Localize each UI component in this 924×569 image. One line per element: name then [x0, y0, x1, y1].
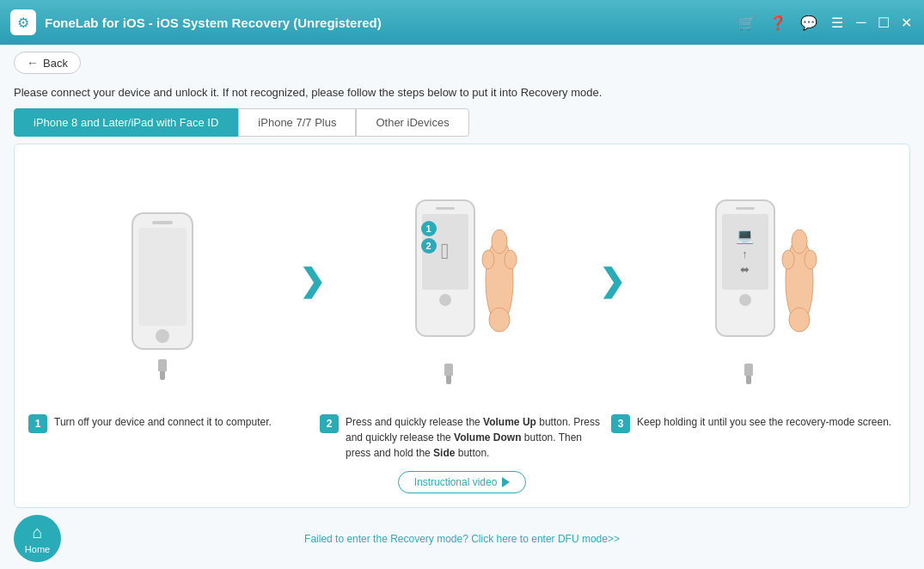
svg-point-1: [492, 229, 507, 254]
chat-icon[interactable]: 💬: [797, 11, 821, 34]
menu-icon[interactable]: ☰: [828, 11, 847, 34]
phone-illustration-1: [132, 212, 193, 350]
home-icon: ⌂: [32, 523, 42, 542]
step3-text-item: 3 Keep holding it until you see the reco…: [611, 414, 896, 461]
step2-speaker: [436, 207, 455, 210]
instructional-video-button[interactable]: Instructional video: [398, 471, 527, 493]
device-tabs: iPhone 8 and Later/iPad with Face ID iPh…: [0, 108, 924, 137]
hand-illustration-2: [480, 229, 519, 333]
step3-screen: 💻 ↑ ⬌: [722, 214, 768, 290]
svg-point-2: [482, 250, 494, 269]
step1-description: Turn off your device and connect it to c…: [54, 414, 272, 430]
step2-phone: : [415, 199, 475, 337]
svg-point-7: [782, 250, 794, 269]
cart-icon[interactable]: 🛒: [735, 11, 759, 34]
step3-badge: 3: [611, 414, 630, 433]
laptop-icon: 💻: [736, 227, 754, 245]
step2-badge: 2: [320, 414, 339, 433]
steps-visual: ❯ : [28, 155, 896, 408]
help-icon[interactable]: ❓: [766, 11, 790, 34]
dfu-mode-link[interactable]: Failed to enter the Recovery mode? Click…: [61, 533, 863, 545]
tab-iphone8-later[interactable]: iPhone 8 and Later/iPad with Face ID: [14, 108, 238, 137]
phone-screen-1: [138, 228, 187, 326]
home-button[interactable]: ⌂ Home: [14, 515, 61, 562]
bottom-area: ⌂ Home Failed to enter the Recovery mode…: [0, 508, 924, 569]
phone-home-1: [156, 329, 169, 343]
step3-connector: [744, 364, 753, 384]
tab-iphone7[interactable]: iPhone 7/7 Plus: [238, 108, 356, 137]
step1-visual: [28, 199, 296, 363]
close-button[interactable]: ✕: [898, 15, 914, 30]
phone-speaker-1: [152, 221, 173, 224]
step3-visual: 💻 ↑ ⬌: [628, 195, 896, 367]
maximize-button[interactable]: ☐: [876, 15, 891, 30]
step1-phone: [119, 199, 205, 363]
hand-illustration-3: [780, 229, 819, 333]
svg-point-6: [792, 229, 807, 254]
title-bar: ⚙ FoneLab for iOS - iOS System Recovery …: [0, 0, 924, 45]
window-controls: 🛒 ❓ 💬 ☰ ─ ☐ ✕: [735, 11, 914, 34]
back-arrow-icon: ←: [27, 56, 39, 70]
cable-icon: ⬌: [740, 263, 750, 276]
step1-text-item: 1 Turn off your device and connect it to…: [28, 414, 313, 461]
step3-phone: 💻 ↑ ⬌: [715, 199, 775, 337]
step2-connector: [444, 364, 453, 384]
tab-other-idevices[interactable]: Other iDevices: [356, 108, 468, 137]
play-icon: [502, 477, 510, 487]
step3-phone-wrap: 💻 ↑ ⬌: [702, 195, 823, 367]
main-card: ❯ : [14, 144, 910, 509]
app-icon: ⚙: [10, 9, 36, 35]
volume-badge-2: 2: [421, 238, 437, 254]
back-button[interactable]: ← Back: [14, 52, 81, 74]
step3-speaker: [736, 207, 755, 210]
video-button-wrap: Instructional video: [28, 464, 896, 497]
step2-home: [439, 294, 451, 306]
step2-visual:  1 2: [328, 195, 596, 367]
step1-badge: 1: [28, 414, 47, 433]
chevron-2: ❯: [596, 266, 628, 297]
step3-home: [739, 294, 751, 306]
volume-badge-1: 1: [421, 221, 437, 236]
chevron-1: ❯: [296, 266, 328, 297]
step3-description: Keep holding it until you see the recove…: [637, 414, 891, 430]
minimize-button[interactable]: ─: [854, 15, 869, 30]
nav-bar: ← Back: [0, 45, 924, 81]
step2-text-item: 2 Press and quickly release the Volume U…: [320, 414, 604, 461]
instructions-text: Please connect your device and unlock it…: [0, 81, 924, 108]
apple-logo-icon: : [441, 238, 450, 265]
step2-description: Press and quickly release the Volume Up …: [346, 414, 604, 461]
title-bar-text: FoneLab for iOS - iOS System Recovery (U…: [45, 15, 726, 30]
content-area: ← Back Please connect your device and un…: [0, 45, 924, 569]
steps-text-area: 1 Turn off your device and connect it to…: [28, 407, 896, 464]
svg-point-9: [789, 308, 810, 332]
svg-point-3: [505, 250, 517, 269]
arrow-down-icon: ↑: [742, 248, 748, 260]
svg-point-4: [489, 308, 510, 332]
step2-phone-wrap:  1 2: [402, 195, 523, 367]
svg-point-8: [805, 250, 817, 269]
